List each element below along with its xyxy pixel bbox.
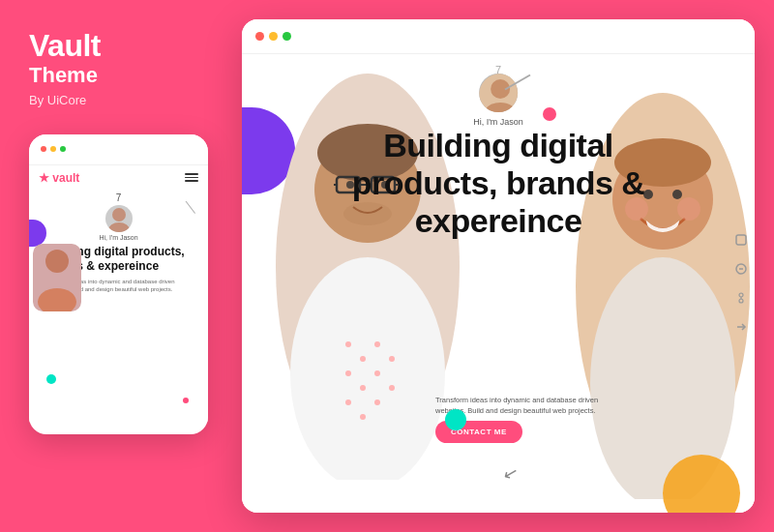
mobile-logo: ★ vault (39, 171, 79, 185)
deco-bottom-arrow: ↙ (500, 460, 520, 485)
svg-rect-39 (736, 235, 746, 245)
by-label: By UiCore (29, 93, 101, 107)
svg-point-9 (345, 341, 351, 347)
mobile-content: ★ vault 7 (29, 165, 208, 434)
svg-point-33 (672, 190, 682, 199)
side-icon-3 (732, 289, 750, 307)
svg-point-0 (112, 208, 126, 222)
desktop-content: Hi, I'm Jason Building digital products,… (242, 54, 755, 513)
mobile-person-image (33, 244, 81, 311)
desktop-dot-red (255, 32, 264, 41)
mobile-dot-yellow (50, 146, 56, 152)
desktop-headline: Building digital products, brands & expe… (334, 127, 663, 240)
deco-number: 7 (495, 64, 501, 75)
mobile-avatar-area: Hi, I'm Jason (37, 205, 200, 241)
svg-point-17 (345, 399, 351, 405)
side-icons (732, 231, 750, 336)
svg-point-43 (739, 299, 743, 303)
deco-teal-circle (445, 409, 466, 430)
mobile-avatar (105, 205, 133, 232)
mobile-pink-dot-deco (183, 398, 189, 403)
main-area: Hi, I'm Jason Building digital products,… (232, 0, 774, 532)
headline-line3: expereince (415, 202, 582, 239)
svg-point-16 (389, 385, 395, 391)
svg-point-35 (677, 197, 700, 221)
mobile-window-dots (41, 146, 66, 152)
desktop-subtext: Transform ideas into dynamic and databas… (435, 395, 629, 417)
svg-point-12 (389, 356, 395, 362)
brand-name: Vault (29, 29, 101, 63)
desktop-avatar-area: Hi, I'm Jason (473, 72, 523, 127)
side-icon-2 (732, 260, 750, 278)
mobile-hi-text: Hi, I'm Jason (99, 234, 137, 241)
desktop-hero: Hi, I'm Jason Building digital products,… (242, 54, 755, 513)
svg-point-13 (345, 370, 351, 376)
mobile-logo-star: ★ (39, 171, 49, 185)
mobile-dot-green (60, 146, 66, 152)
desktop-window-dots (255, 32, 291, 41)
svg-point-3 (45, 250, 69, 273)
desktop-mockup: Hi, I'm Jason Building digital products,… (242, 19, 755, 513)
svg-point-42 (739, 293, 743, 297)
svg-point-11 (374, 341, 380, 347)
svg-point-18 (360, 414, 366, 420)
deco-pink-dot-top (543, 107, 556, 121)
side-icon-1 (732, 231, 750, 249)
mobile-dot-red (41, 146, 46, 152)
theme-label: Theme (29, 63, 101, 88)
headline-line1: Building digital (383, 127, 613, 163)
desktop-subtext-content: Transform ideas into dynamic and databas… (435, 395, 629, 417)
sidebar: Vault Theme By UiCore ★ vault (0, 0, 232, 532)
mobile-nav: ★ vault (29, 165, 208, 191)
desktop-avatar (477, 72, 520, 114)
svg-point-10 (360, 356, 366, 362)
svg-point-14 (360, 385, 366, 391)
hamburger-icon (185, 173, 198, 182)
mobile-logo-text: vault (52, 171, 79, 185)
mobile-hero: 7 Hi, I'm Jason (29, 191, 208, 423)
svg-point-1 (108, 222, 130, 232)
side-icon-4 (732, 318, 750, 336)
sidebar-brand: Vault Theme By UiCore (29, 29, 101, 131)
desktop-dot-green (283, 32, 291, 41)
mobile-top-bar (29, 134, 208, 165)
desktop-dot-yellow (269, 32, 278, 41)
svg-point-19 (374, 399, 380, 405)
svg-point-15 (374, 370, 380, 376)
desktop-top-bar (242, 19, 755, 54)
headline-line2: products, brands & (352, 164, 645, 201)
svg-point-8 (290, 257, 445, 480)
mobile-mockup: ★ vault 7 (29, 134, 208, 434)
mobile-green-dot-deco (46, 374, 56, 384)
mobile-number: 7 (37, 191, 200, 205)
desktop-hi-text: Hi, I'm Jason (473, 117, 523, 127)
